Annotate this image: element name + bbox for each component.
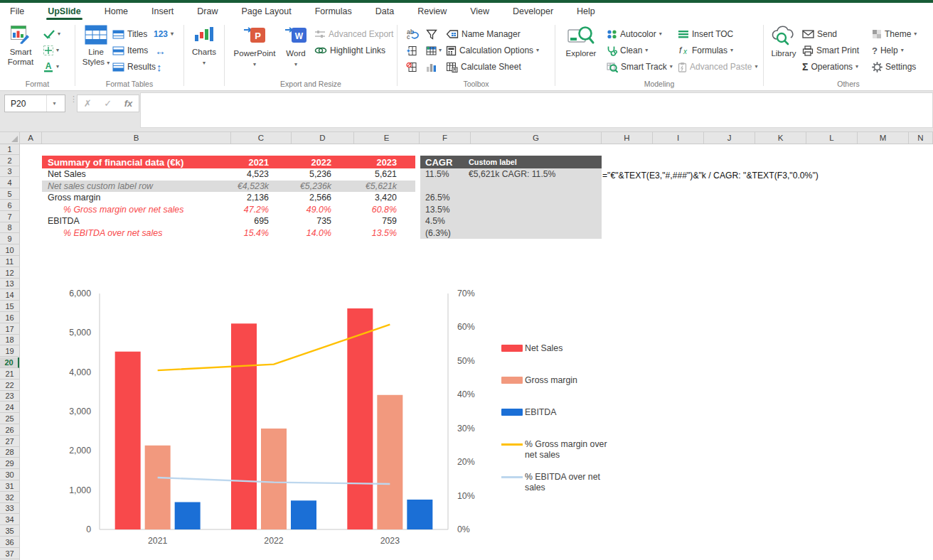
help-button[interactable]: ? Help ▾ [872, 43, 904, 58]
row-header-3[interactable]: 3 [0, 167, 19, 178]
table-cell[interactable]: 14.0% [287, 228, 350, 238]
tab-page-layout[interactable]: Page Layout [240, 4, 292, 21]
smart-print-button[interactable]: Smart Print [802, 43, 859, 58]
row-header-36[interactable]: 36 [0, 537, 19, 548]
tab-home[interactable]: Home [103, 4, 129, 21]
tab-view[interactable]: View [469, 4, 491, 21]
row-header-37[interactable]: 37 [0, 549, 19, 559]
table-cell[interactable]: 5,621 [350, 169, 415, 179]
powerpoint-button[interactable]: P PowerPoint ▾ [229, 25, 280, 69]
column-header-B[interactable]: B [42, 132, 231, 144]
format-table-button[interactable]: ▾ [425, 43, 442, 58]
combo-chart[interactable]: 01,0002,0003,0004,0005,0006,0000%10%20%3… [50, 284, 491, 560]
table-row[interactable]: Net Sales4,5235,2365,621 [42, 168, 415, 181]
bar-gross-margin[interactable] [261, 429, 287, 529]
column-width-button[interactable]: ↔ [155, 43, 166, 58]
autocolor-button[interactable]: Autocolor ▾ [607, 27, 662, 41]
explorer-button[interactable]: Explorer [561, 25, 601, 58]
column-header-J[interactable]: J [704, 132, 755, 144]
row-header-2[interactable]: 2 [0, 156, 19, 166]
word-button[interactable]: W Word ▾ [282, 25, 310, 69]
row-header-20[interactable]: 20 [0, 357, 19, 368]
delete-table-button[interactable] [406, 60, 417, 74]
row-header-22[interactable]: 22 [0, 380, 19, 391]
column-header-N[interactable]: N [909, 132, 933, 144]
cagr-row[interactable]: 11.5%€5,621k CAGR: 11.5% [420, 168, 602, 181]
row-header-35[interactable]: 35 [0, 526, 19, 537]
tab-review[interactable]: Review [416, 4, 448, 21]
bar-ebitda[interactable] [407, 500, 432, 529]
column-header-L[interactable]: L [806, 132, 858, 144]
table-cell[interactable]: 15.4% [227, 228, 287, 238]
table-cell[interactable]: 49.0% [287, 205, 350, 215]
formula-input[interactable] [141, 93, 932, 127]
library-button[interactable]: Library [768, 25, 799, 58]
filter-button[interactable] [426, 27, 437, 41]
smart-format-button[interactable]: Smart Format [3, 25, 38, 68]
table-cell[interactable]: €5,236k [287, 181, 350, 191]
tab-data[interactable]: Data [374, 4, 395, 21]
highlight-links-button[interactable]: Highlight Links [314, 43, 385, 58]
row-header-7[interactable]: 7 [0, 212, 19, 222]
cagr-row[interactable]: 26.5% [420, 192, 602, 204]
table-header-row[interactable]: Summary of financial data (€k) 2021 2022… [42, 156, 415, 168]
row-header-10[interactable]: 10 [0, 245, 19, 256]
row-header-8[interactable]: 8 [0, 223, 19, 234]
name-box-dropdown-icon[interactable]: ▾ [46, 95, 62, 112]
row-header-1[interactable]: 1 [0, 144, 19, 155]
table-cell[interactable]: 759 [350, 216, 415, 226]
row-header-33[interactable]: 33 [0, 504, 19, 515]
name-box-input[interactable] [5, 98, 46, 109]
row-header-34[interactable]: 34 [0, 515, 19, 525]
bar-gross-margin[interactable] [377, 395, 402, 529]
theme-button[interactable]: Theme ▾ [872, 27, 917, 41]
row-height-button[interactable]: ↕ [156, 60, 162, 74]
tab-developer[interactable]: Developer [511, 4, 555, 21]
row-header-13[interactable]: 13 [0, 279, 19, 290]
column-header-M[interactable]: M [858, 132, 909, 144]
calculate-sheet-button[interactable]: Calculate Sheet [446, 60, 521, 74]
calculation-options-button[interactable]: Calculation Options ▾ [446, 43, 539, 58]
cagr-row[interactable] [420, 181, 602, 193]
tab-file[interactable]: File [9, 4, 26, 21]
table-row[interactable]: EBITDA695735759 [42, 215, 415, 227]
items-button[interactable]: Items [112, 43, 148, 58]
results-button[interactable]: Results [112, 60, 156, 74]
cancel-icon[interactable]: ✗ [84, 98, 92, 109]
column-header-C[interactable]: C [231, 132, 292, 144]
tab-insert[interactable]: Insert [150, 4, 175, 21]
row-header-21[interactable]: 21 [0, 369, 19, 379]
table-cell[interactable]: 60.8% [350, 205, 415, 215]
borders-button[interactable]: ▾ [43, 43, 59, 58]
line-styles-button[interactable]: Line Styles ▾ [80, 25, 112, 68]
table-cell[interactable]: 5,236 [287, 169, 350, 179]
column-header-H[interactable]: H [602, 132, 653, 144]
table-cell[interactable]: 2,136 [227, 193, 287, 203]
advanced-export-button[interactable]: Advanced Export [314, 27, 393, 41]
row-header-30[interactable]: 30 [0, 470, 19, 480]
table-cell[interactable]: €4,523k [227, 181, 287, 191]
legend-item[interactable]: EBITDA [501, 407, 619, 418]
cagr-row[interactable]: 13.5% [420, 204, 602, 216]
table-cell[interactable]: 735 [287, 216, 350, 226]
name-manager-button[interactable]: Name Manager [446, 27, 521, 41]
table-row[interactable]: % EBITDA over net sales15.4%14.0%13.5% [42, 227, 415, 239]
legend-item[interactable]: % Gross margin over net sales [501, 439, 619, 461]
row-header-31[interactable]: 31 [0, 481, 19, 492]
legend-item[interactable]: % EBITDA over net sales [501, 472, 619, 493]
tab-help[interactable]: Help [575, 4, 597, 21]
row-header-5[interactable]: 5 [0, 189, 19, 200]
tab-upslide[interactable]: UpSlide [46, 4, 82, 21]
bar-net-sales[interactable] [231, 323, 257, 529]
row-header-24[interactable]: 24 [0, 402, 19, 413]
table-cell[interactable]: 4,523 [227, 169, 287, 179]
formula-cell-text[interactable]: ="€"&TEXT(E3,"#,###")&"k / CAGR: "&TEXT(… [602, 171, 819, 181]
bar-ebitda[interactable] [175, 502, 201, 529]
send-button[interactable]: Send [802, 27, 837, 41]
legend-item[interactable]: Gross margin [501, 375, 619, 386]
table-row[interactable]: Gross margin2,1362,5663,420 [42, 192, 415, 204]
tab-draw[interactable]: Draw [196, 4, 219, 21]
insert-function-icon[interactable]: fx [124, 98, 133, 109]
column-header-I[interactable]: I [653, 132, 704, 144]
titles-button[interactable]: Titles [112, 27, 147, 41]
